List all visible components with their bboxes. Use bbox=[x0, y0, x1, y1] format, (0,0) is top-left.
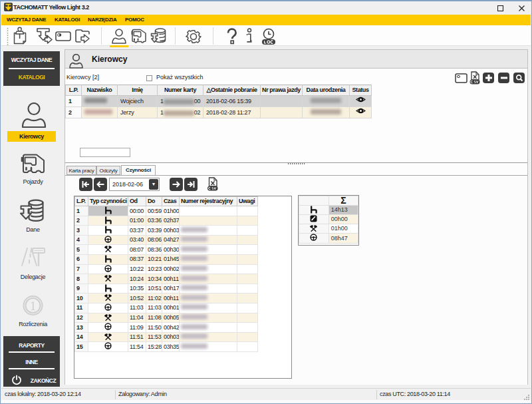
svg-text:1: 1 bbox=[30, 299, 37, 313]
